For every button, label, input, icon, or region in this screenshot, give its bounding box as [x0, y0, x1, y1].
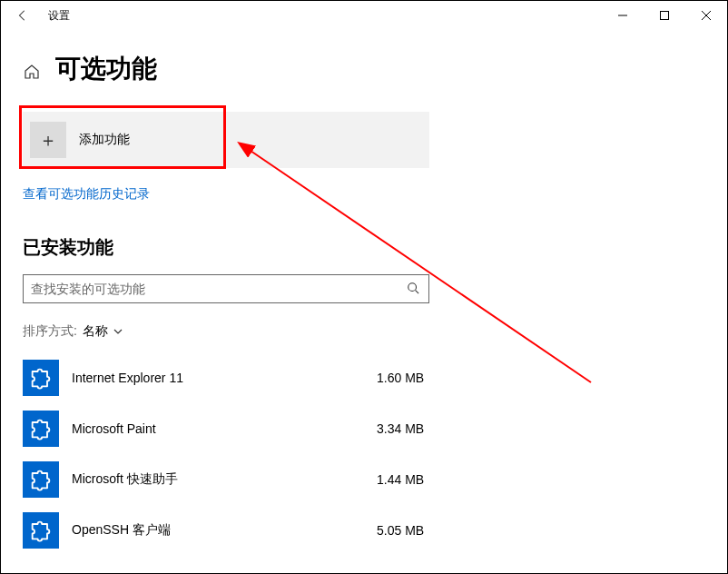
svg-point-4	[408, 283, 417, 292]
back-button[interactable]	[8, 1, 37, 30]
puzzle-icon	[23, 360, 59, 396]
add-feature-button[interactable]: ＋ 添加功能	[23, 112, 429, 168]
history-link[interactable]: 查看可选功能历史记录	[23, 186, 150, 203]
chevron-down-icon	[113, 324, 123, 339]
feature-name: Microsoft Paint	[72, 421, 377, 436]
search-icon	[407, 282, 421, 296]
close-button[interactable]	[685, 1, 727, 30]
feature-size: 1.60 MB	[377, 371, 449, 385]
puzzle-icon	[23, 411, 59, 447]
feature-item[interactable]: Microsoft 快速助手1.44 MB	[23, 454, 449, 505]
window-title: 设置	[48, 8, 70, 24]
feature-size: 5.05 MB	[377, 523, 449, 538]
minimize-button[interactable]	[602, 1, 644, 30]
svg-rect-1	[661, 12, 669, 20]
feature-item[interactable]: Microsoft Paint3.34 MB	[23, 403, 449, 454]
installed-section-title: 已安装功能	[23, 235, 705, 260]
heading-row: 可选功能	[23, 52, 705, 86]
home-icon[interactable]	[23, 63, 41, 81]
puzzle-icon	[23, 512, 59, 549]
feature-name: Microsoft 快速助手	[72, 471, 377, 488]
puzzle-icon	[23, 461, 59, 498]
sort-value: 名称	[83, 323, 108, 340]
sort-label: 排序方式:	[23, 323, 77, 340]
svg-line-5	[416, 291, 419, 294]
feature-name: OpenSSH 客户端	[72, 522, 377, 539]
feature-size: 3.34 MB	[377, 421, 449, 436]
content-area: 可选功能 ＋ 添加功能 查看可选功能历史记录 已安装功能 排序方式: 名称 In…	[1, 30, 727, 556]
titlebar: 设置	[1, 1, 727, 30]
window-controls	[602, 1, 727, 30]
maximize-button[interactable]	[644, 1, 685, 30]
feature-size: 1.44 MB	[377, 472, 449, 487]
feature-list: Internet Explorer 111.60 MBMicrosoft Pai…	[23, 352, 705, 556]
add-feature-label: 添加功能	[79, 132, 130, 148]
search-box[interactable]	[23, 274, 429, 303]
search-input[interactable]	[31, 282, 407, 296]
sort-dropdown[interactable]: 排序方式: 名称	[23, 323, 705, 340]
page-title: 可选功能	[55, 52, 157, 86]
plus-icon: ＋	[30, 122, 66, 158]
feature-name: Internet Explorer 11	[72, 371, 377, 385]
feature-item[interactable]: Internet Explorer 111.60 MB	[23, 352, 449, 403]
feature-item[interactable]: OpenSSH 客户端5.05 MB	[23, 505, 449, 556]
